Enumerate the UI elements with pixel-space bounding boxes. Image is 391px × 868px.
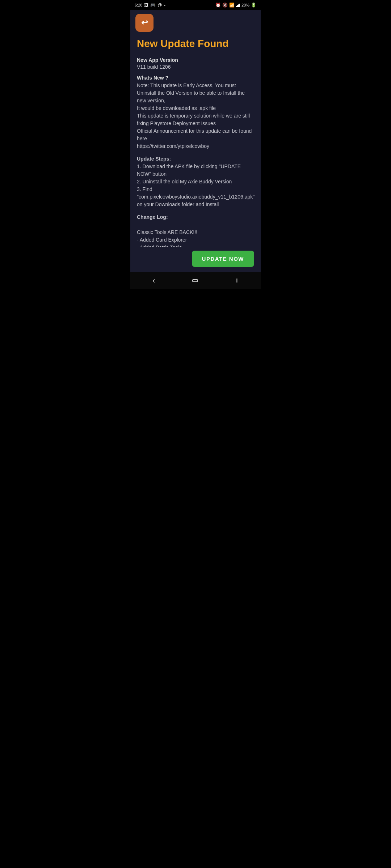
wifi-icon: 📶 (229, 3, 235, 8)
bottom-area: UPDATE NOW (130, 247, 261, 272)
whats-new-label: Whats New ? (137, 75, 254, 81)
changelog-body: Change Log: Classic Tools ARE BACK!!! - … (137, 213, 254, 247)
alarm-icon: ⏰ (215, 3, 221, 8)
game-icon: 🎮 (150, 3, 156, 8)
update-steps-label: Update Steps: (137, 156, 171, 162)
whats-new-section: Whats New ? Note: This update is Early A… (137, 75, 254, 150)
status-right: ⏰ 🔇 📶 28% 🔋 (215, 3, 256, 8)
main-content: ↩ New Update Found New App Version V11 b… (130, 10, 261, 272)
status-left: 6:28 🖼 🎮 @ ● (135, 3, 165, 8)
page-title: New Update Found (137, 38, 254, 50)
signal-icon (236, 3, 240, 7)
update-now-button[interactable]: UPDATE NOW (192, 251, 254, 267)
back-arrow-icon: ↩ (141, 18, 148, 27)
changelog-label: Change Log: (137, 214, 168, 220)
app-version-value: V11 build 1206 (137, 64, 254, 70)
scroll-area[interactable]: New Update Found New App Version V11 bui… (130, 32, 261, 247)
at-icon: @ (157, 3, 162, 8)
dot-icon: ● (164, 4, 166, 7)
nav-bar: ‹ ⦀ (130, 272, 261, 289)
app-version-section: New App Version V11 build 1206 (137, 57, 254, 70)
app-version-label: New App Version (137, 57, 254, 63)
whats-new-body: Note: This update is Early Access, You m… (137, 82, 254, 150)
photo-icon: 🖼 (144, 3, 148, 8)
status-bar: 6:28 🖼 🎮 @ ● ⏰ 🔇 📶 28% 🔋 (130, 0, 261, 10)
nav-home-button[interactable] (192, 279, 198, 282)
logo-area: ↩ (130, 10, 261, 32)
phone-container: 6:28 🖼 🎮 @ ● ⏰ 🔇 📶 28% 🔋 ↩ (130, 0, 261, 289)
time-display: 6:28 (135, 3, 142, 7)
update-steps-body: Update Steps: 1. Download the APK file b… (137, 155, 254, 208)
app-logo: ↩ (135, 14, 154, 32)
battery-icon: 🔋 (251, 3, 256, 8)
twitter-link[interactable]: https://twitter.com/ytpixelcowboy (137, 143, 209, 149)
update-steps-section: Update Steps: 1. Download the APK file b… (137, 155, 254, 208)
changelog-section: Change Log: Classic Tools ARE BACK!!! - … (137, 213, 254, 247)
nav-back-button[interactable]: ‹ (145, 273, 162, 288)
nav-recent-button[interactable]: ⦀ (228, 275, 246, 287)
mute-icon: 🔇 (222, 3, 228, 8)
battery-display: 28% (241, 3, 249, 7)
